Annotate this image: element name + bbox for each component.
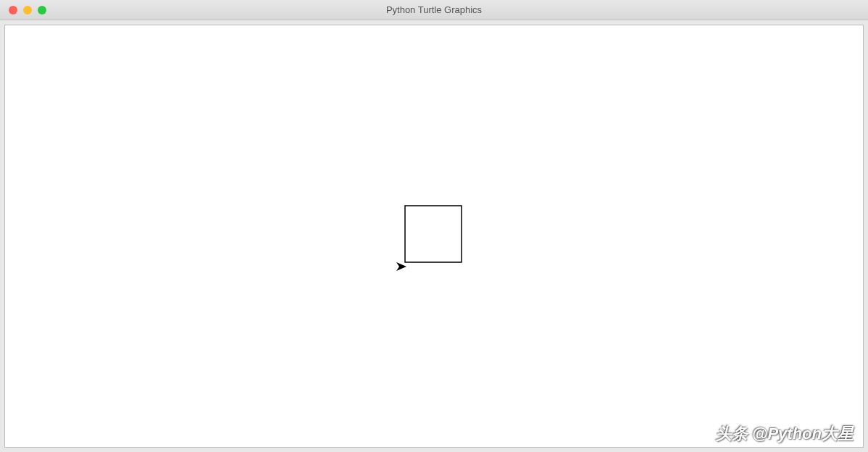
titlebar[interactable]: Python Turtle Graphics [0, 0, 868, 20]
app-window: Python Turtle Graphics [0, 0, 868, 452]
window-title: Python Turtle Graphics [0, 4, 868, 15]
canvas-container [0, 20, 868, 452]
maximize-button[interactable] [38, 6, 46, 14]
turtle-canvas [4, 25, 864, 448]
turtle-cursor-icon [396, 262, 406, 271]
traffic-lights [0, 6, 46, 14]
minimize-button[interactable] [23, 6, 32, 14]
drawn-square [405, 206, 462, 262]
turtle-drawing [391, 200, 477, 272]
close-button[interactable] [9, 6, 17, 14]
